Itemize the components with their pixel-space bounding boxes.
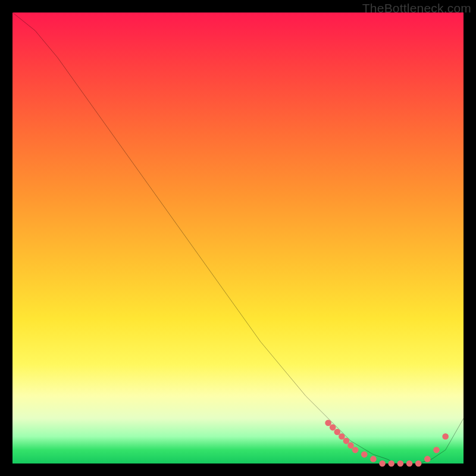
watermark-text: TheBottleneck.com: [362, 1, 471, 15]
highlight-dot: [379, 461, 386, 467]
highlight-dot: [339, 433, 345, 440]
highlight-dot: [415, 461, 422, 467]
highlight-dot: [370, 456, 377, 462]
highlight-dot: [343, 438, 350, 444]
highlight-dot: [334, 429, 340, 436]
highlight-dot: [388, 461, 394, 467]
highlight-dot: [325, 419, 331, 426]
highlight-dot: [397, 461, 404, 467]
highlight-dot: [442, 433, 449, 440]
highlight-dot: [352, 447, 359, 453]
highlight-dot: [347, 442, 354, 449]
highlight-dot: [361, 452, 368, 458]
highlight-dot: [330, 424, 336, 431]
highlight-dot: [433, 447, 440, 453]
curve-layer: [12, 12, 464, 464]
highlight-dot: [406, 461, 413, 467]
highlight-dot: [424, 456, 431, 462]
chart-frame: TheBottleneck.com: [0, 0, 476, 476]
highlight-dots: [325, 419, 449, 466]
bottleneck-curve: [12, 12, 464, 464]
